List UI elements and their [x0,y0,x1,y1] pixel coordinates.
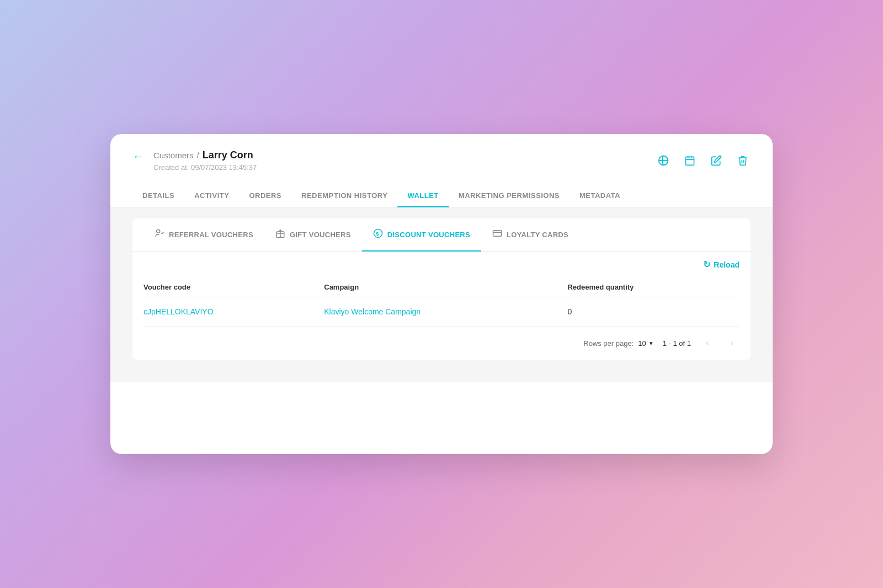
col-voucher-code: Voucher code [143,277,324,297]
rows-per-page-value: 10 [638,339,646,348]
tab-details[interactable]: DETAILS [132,185,184,207]
gift-icon [275,228,285,240]
col-campaign: Campaign [324,277,567,297]
breadcrumb: Customers / Larry Corn [153,149,257,161]
campaign-link[interactable]: Klaviyo Welcome Campaign [324,307,421,316]
voucher-code-link[interactable]: cJpHELLOKLAVIYO [143,307,214,316]
voucher-code-cell: cJpHELLOKLAVIYO [143,297,324,327]
loyalty-icon [492,228,502,240]
subtab-discount-label: DISCOUNT VOUCHERS [387,231,470,239]
tab-orders[interactable]: ORDERS [239,185,291,207]
svg-rect-9 [493,231,502,237]
page-info: 1 - 1 of 1 [663,339,691,348]
table-body: cJpHELLOKLAVIYO Klaviyo Welcome Campaign… [143,297,740,327]
rows-per-page: Rows per page: 10 ▼ [583,339,653,348]
breadcrumb-parent[interactable]: Customers [153,151,194,160]
svg-rect-1 [686,157,694,165]
rows-select-arrow-icon: ▼ [648,340,654,346]
subtab-gift-label: GIFT VOUCHERS [290,231,351,239]
edit-icon[interactable] [709,153,724,168]
table-row: cJpHELLOKLAVIYO Klaviyo Welcome Campaign… [143,297,740,327]
reload-button[interactable]: ↻ Reload [703,259,740,270]
tab-metadata[interactable]: METADATA [570,185,630,207]
analytics-icon[interactable] [656,153,671,168]
subtab-referral-vouchers[interactable]: REFERRAL VOUCHERS [143,218,264,252]
reload-icon: ↻ [703,259,710,270]
subtab-gift-vouchers[interactable]: GIFT VOUCHERS [264,218,362,252]
subtab-referral-label: REFERRAL VOUCHERS [169,231,253,239]
created-at: Created at: 09/07/2023 13:45:37 [153,163,257,172]
tab-marketing-permissions[interactable]: MARKETING PERMISSIONS [449,185,570,207]
campaign-cell: Klaviyo Welcome Campaign [324,297,567,327]
delete-icon[interactable] [735,153,751,168]
breadcrumb-current: Larry Corn [203,149,253,161]
card-header: ← Customers / Larry Corn Created at: 09/… [110,134,773,172]
referral-icon [155,228,164,240]
sub-tabs: REFERRAL VOUCHERS GIFT VOUCHERS [132,218,751,252]
tab-activity[interactable]: ACTIVITY [184,185,239,207]
content-area: REFERRAL VOUCHERS GIFT VOUCHERS [110,207,773,382]
table-head: Voucher code Campaign Redeemed quantity [143,277,740,297]
svg-point-5 [157,229,160,233]
breadcrumb-separator: / [197,151,199,160]
reload-bar: ↻ Reload [132,252,751,277]
redeemed-qty-cell: 0 [567,297,740,327]
subtab-loyalty-label: LOYALTY CARDS [507,231,568,239]
prev-page-button[interactable]: ‹ [700,335,715,351]
next-page-button[interactable]: › [724,335,740,351]
calendar-icon[interactable] [682,153,698,168]
subtab-loyalty-cards[interactable]: LOYALTY CARDS [481,218,579,252]
header-actions [656,153,751,168]
main-tabs: DETAILS ACTIVITY ORDERS REDEMPTION HISTO… [110,185,773,207]
rows-per-page-select[interactable]: 10 ▼ [638,339,653,348]
subtab-discount-vouchers[interactable]: $ DISCOUNT VOUCHERS [362,218,481,252]
reload-label: Reload [714,260,740,269]
rows-per-page-label: Rows per page: [583,339,634,348]
tab-redemption-history[interactable]: REDEMPTION HISTORY [291,185,397,207]
table-wrap: Voucher code Campaign Redeemed quantity … [132,277,751,327]
header-left: ← Customers / Larry Corn Created at: 09/… [132,149,257,172]
main-card: ← Customers / Larry Corn Created at: 09/… [110,134,773,454]
col-redeemed-qty: Redeemed quantity [567,277,740,297]
discount-icon: $ [373,228,383,240]
table-header-row: Voucher code Campaign Redeemed quantity [143,277,740,297]
pagination: Rows per page: 10 ▼ 1 - 1 of 1 ‹ › [132,327,751,360]
vouchers-table: Voucher code Campaign Redeemed quantity … [143,277,740,327]
tab-wallet[interactable]: WALLET [397,185,448,207]
back-button[interactable]: ← [132,151,145,163]
breadcrumb-area: Customers / Larry Corn Created at: 09/07… [153,149,257,172]
svg-text:$: $ [376,231,379,237]
inner-card: REFERRAL VOUCHERS GIFT VOUCHERS [132,218,751,360]
